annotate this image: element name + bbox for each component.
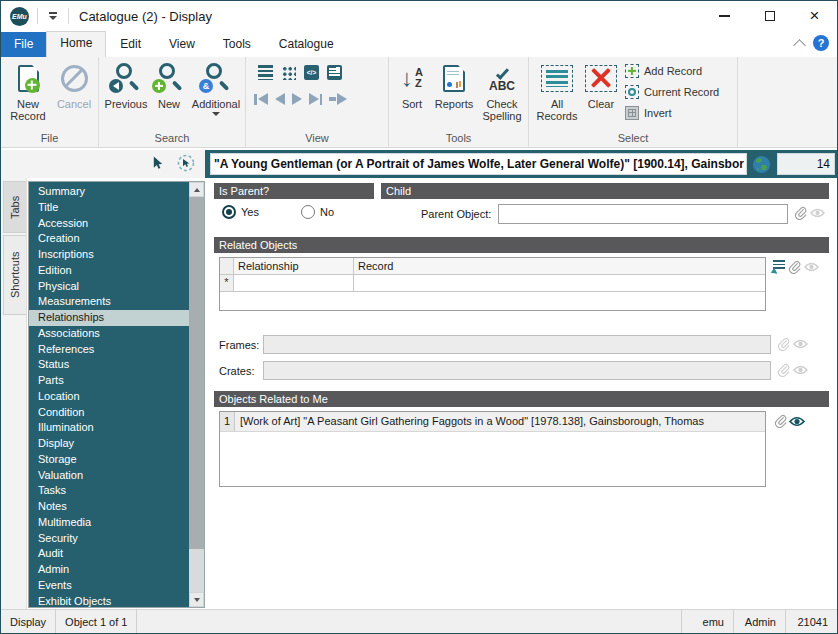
record-cell[interactable] xyxy=(354,275,765,291)
cancel-button[interactable]: Cancel xyxy=(51,61,97,110)
code-view-icon[interactable]: </> xyxy=(304,65,319,80)
sidebar-item-display[interactable]: Display xyxy=(29,436,204,452)
sidebar-item-multimedia[interactable]: Multimedia xyxy=(29,515,204,531)
tab-file[interactable]: File xyxy=(1,32,46,57)
close-button[interactable]: × xyxy=(792,1,837,31)
ribbon-tab-row: File Home Edit View Tools Catalogue xyxy=(1,31,837,57)
list-view-icon[interactable] xyxy=(258,65,273,80)
maximize-button[interactable] xyxy=(747,1,792,31)
related-object-text: [Work of Art] "A Peasant Girl Gathering … xyxy=(235,412,765,431)
check-spelling-button[interactable]: ABC Check Spelling xyxy=(477,61,527,122)
sort-button[interactable]: ↓AZ Sort xyxy=(393,61,431,110)
sidebar-item-title[interactable]: Title xyxy=(29,200,204,216)
scrollbar-thumb[interactable] xyxy=(189,197,204,549)
column-header-relationship[interactable]: Relationship xyxy=(234,258,354,274)
sidebar-item-location[interactable]: Location xyxy=(29,389,204,405)
parent-object-input[interactable] xyxy=(498,204,788,224)
is-parent-yes-radio[interactable]: Yes xyxy=(222,205,259,219)
attach-icon xyxy=(775,362,791,378)
relationship-cell[interactable] xyxy=(234,275,354,291)
sidebar-item-admin[interactable]: Admin xyxy=(29,562,204,578)
sidebar-item-valuation[interactable]: Valuation xyxy=(29,468,204,484)
sidebar-item-exhibit-objects[interactable]: Exhibit Objects xyxy=(29,594,204,609)
reports-icon xyxy=(443,65,465,92)
tab-home[interactable]: Home xyxy=(46,31,106,57)
sidebar-item-summary[interactable]: Summary xyxy=(29,184,204,200)
sidebar-item-illumination[interactable]: Illumination xyxy=(29,420,204,436)
view-icon[interactable] xyxy=(789,413,805,429)
sidebar-item-inscriptions[interactable]: Inscriptions xyxy=(29,247,204,263)
sidebar-scrollbar[interactable] xyxy=(189,182,204,607)
sidebar-item-creation[interactable]: Creation xyxy=(29,231,204,247)
scroll-up-icon[interactable] xyxy=(189,182,204,197)
select-region-icon[interactable] xyxy=(177,154,195,172)
is-parent-no-radio[interactable]: No xyxy=(301,205,334,219)
new-record-button[interactable]: New Record xyxy=(5,61,51,122)
sidebar-item-physical[interactable]: Physical xyxy=(29,279,204,295)
invert-selection-button[interactable]: Invert xyxy=(625,106,719,120)
reports-button[interactable]: Reports xyxy=(431,61,477,110)
help-icon[interactable]: ? xyxy=(813,35,829,51)
sidebar-item-accession[interactable]: Accession xyxy=(29,216,204,232)
strip-tab-tabs[interactable]: Tabs xyxy=(3,181,26,233)
previous-search-button[interactable]: Previous xyxy=(103,61,149,110)
list-item[interactable]: 1 [Work of Art] "A Peasant Girl Gatherin… xyxy=(220,412,765,432)
tab-tools[interactable]: Tools xyxy=(209,32,265,57)
collapse-ribbon-icon[interactable] xyxy=(793,39,806,52)
sidebar-item-parts[interactable]: Parts xyxy=(29,373,204,389)
sidebar-item-storage[interactable]: Storage xyxy=(29,452,204,468)
goto-record-button[interactable] xyxy=(329,93,347,105)
record-count-field[interactable]: 14 xyxy=(777,153,835,175)
next-record-button[interactable] xyxy=(292,93,302,105)
sidebar-item-edition[interactable]: Edition xyxy=(29,263,204,279)
sidebar-item-relationships[interactable]: Relationships xyxy=(29,310,189,326)
scroll-down-icon[interactable] xyxy=(189,592,204,607)
sidebar-item-tasks[interactable]: Tasks xyxy=(29,483,204,499)
quick-access-toolbar-button[interactable] xyxy=(46,12,60,20)
sidebar-item-events[interactable]: Events xyxy=(29,578,204,594)
last-record-button[interactable] xyxy=(309,93,323,105)
new-search-button[interactable]: New xyxy=(149,61,189,110)
grid-expand-icon[interactable] xyxy=(770,259,786,275)
add-record-label: Add Record xyxy=(644,65,702,77)
tab-view[interactable]: View xyxy=(155,32,209,57)
view-icon xyxy=(792,336,808,352)
form-view-icon[interactable] xyxy=(327,65,342,80)
previous-record-button[interactable] xyxy=(275,93,285,105)
sidebar-item-status[interactable]: Status xyxy=(29,357,204,373)
globe-icon xyxy=(752,155,771,174)
sidebar-item-references[interactable]: References xyxy=(29,342,204,358)
sidebar-item-measurements[interactable]: Measurements xyxy=(29,294,204,310)
column-header-record[interactable]: Record xyxy=(354,258,765,274)
qat-line-icon xyxy=(49,12,57,14)
all-records-button[interactable]: All Records xyxy=(535,61,579,122)
sidebar-item-associations[interactable]: Associations xyxy=(29,326,204,342)
grid-view-icon[interactable] xyxy=(281,65,296,80)
maximize-icon xyxy=(765,11,775,21)
attach-icon[interactable] xyxy=(772,413,788,429)
sidebar-item-notes[interactable]: Notes xyxy=(29,499,204,515)
group-label-select: Select xyxy=(529,132,737,144)
record-title-field[interactable]: "A Young Gentleman (or A Portrait of Jam… xyxy=(210,153,747,175)
strip-tab-shortcuts[interactable]: Shortcuts xyxy=(3,235,26,315)
tab-catalogue[interactable]: Catalogue xyxy=(265,32,348,57)
section-header-objects-related: Objects Related to Me xyxy=(214,391,829,407)
sidebar-item-audit[interactable]: Audit xyxy=(29,546,204,562)
plus-icon xyxy=(25,78,40,93)
sidebar-item-security[interactable]: Security xyxy=(29,531,204,547)
attach-icon[interactable] xyxy=(792,205,808,221)
additional-search-button[interactable]: & Additional xyxy=(189,61,243,116)
attach-icon[interactable] xyxy=(786,259,802,275)
ribbon: New Record Cancel File Previous New & Ad… xyxy=(1,57,837,148)
pointer-mode-icon[interactable] xyxy=(151,155,166,171)
clear-selection-button[interactable]: Clear xyxy=(581,61,621,110)
tab-edit[interactable]: Edit xyxy=(106,32,155,57)
sidebar-item-condition[interactable]: Condition xyxy=(29,405,204,421)
title-bar: EMu Catalogue (2) - Display × xyxy=(1,1,837,31)
group-label-file: File xyxy=(1,132,98,144)
first-record-button[interactable] xyxy=(254,93,268,105)
add-record-button[interactable]: Add Record xyxy=(625,64,719,78)
yes-label: Yes xyxy=(241,206,259,218)
current-record-button[interactable]: Current Record xyxy=(625,85,719,99)
minimize-button[interactable] xyxy=(702,1,747,31)
